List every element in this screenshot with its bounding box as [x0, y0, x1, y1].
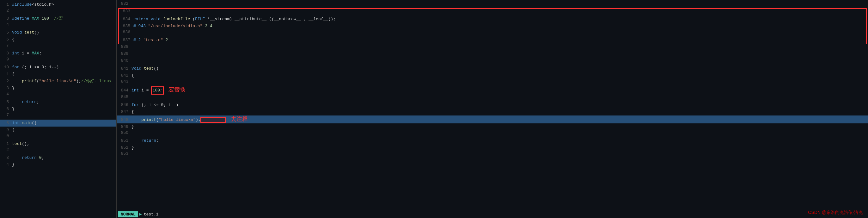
line-num: 8 — [0, 51, 9, 56]
right-line-num: 851 — [117, 138, 128, 143]
line-num: 2 — [0, 147, 9, 152]
status-filename: test.i — [144, 212, 159, 217]
line-num: 4 — [0, 162, 9, 167]
right-code-content: } — [131, 124, 134, 130]
right-code-line-845: 845 — [117, 94, 868, 102]
code-line-24: 4 } — [0, 161, 116, 168]
right-line-num: 852 — [117, 145, 128, 150]
line-num: 6 — [0, 107, 9, 111]
code-content: printf("holle linux\n");//你好. linux — [12, 78, 112, 85]
right-line-num: 836 — [119, 30, 130, 34]
right-code-content: # 943 "/usr/include/stdio.h" 3 4 — [133, 23, 212, 30]
right-code-line-840: 840 — [117, 58, 868, 65]
right-panel: 832 833 834 extern void funlockfile (FIL… — [117, 0, 868, 218]
line-num: 1 — [0, 72, 9, 77]
code-line-3: 3 #define MAX 100 //宏 — [0, 15, 116, 22]
right-code-content: int i = 100; 宏替换 — [131, 86, 186, 94]
code-line-14: 4 — [0, 92, 116, 99]
code-content: test(); — [12, 140, 29, 147]
right-line-num: 833 — [119, 9, 130, 13]
line-num: 5 — [0, 100, 9, 104]
right-line-num: 840 — [117, 58, 128, 63]
right-line-num: 853 — [117, 151, 128, 156]
code-line-23: 3 return 0; — [0, 155, 116, 161]
code-content: } — [12, 161, 14, 168]
line-num: 2 — [0, 8, 9, 13]
right-line-num: 844 — [117, 88, 128, 93]
line-num: 2 — [0, 79, 9, 84]
code-line-16: 6 } — [0, 106, 116, 113]
right-code-line-839: 839 — [117, 51, 868, 58]
code-content: } — [12, 85, 14, 92]
right-line-num: 845 — [117, 94, 128, 99]
right-code-content: for (; i <= 0; i--) — [131, 102, 178, 109]
right-code-content: { — [131, 109, 134, 115]
code-line-7: 7 — [0, 43, 116, 50]
line-num: 9 — [0, 128, 9, 132]
line-num: 1 — [0, 141, 9, 146]
line-num: 5 — [0, 30, 9, 35]
code-line-11: 1 { — [0, 71, 116, 78]
code-line-21: 1 test(); — [0, 140, 116, 147]
right-code-content: printf("holle linux\n"); 去注释 — [131, 115, 248, 124]
code-line-13: 3 } — [0, 85, 116, 92]
code-line-1: 1 #include<stdio.h> — [0, 1, 116, 8]
right-code-content: { — [131, 72, 134, 79]
code-line-22: 2 — [0, 147, 116, 155]
code-line-19: 9 { — [0, 127, 116, 134]
right-code-line-835: 835 # 943 "/usr/include/stdio.h" 3 4 — [119, 23, 866, 30]
right-line-num: 839 — [117, 51, 128, 56]
line-num: 3 — [0, 155, 9, 160]
right-code-line-844: 844 int i = 100; 宏替换 — [117, 86, 868, 94]
right-code-line-851: 851 return; — [117, 137, 868, 144]
right-line-num: 849 — [117, 124, 128, 129]
code-line-20: 0 — [0, 134, 116, 140]
line-num: 3 — [0, 16, 9, 21]
right-code-content: } — [131, 144, 134, 151]
right-code-line-850: 850 — [117, 130, 868, 137]
code-content: int main() — [12, 119, 37, 127]
code-line-4: 4 — [0, 22, 116, 29]
code-content: } — [12, 106, 14, 113]
line-num: 7 — [0, 43, 9, 48]
right-code-line-846: 846 for (; i <= 0; i--) — [117, 102, 868, 109]
code-content: { — [12, 36, 14, 43]
right-code-content: void test() — [131, 65, 159, 72]
line-num: 6 — [0, 37, 9, 42]
right-code-line-832: 832 — [117, 1, 868, 8]
right-code-content: return; — [131, 137, 159, 144]
code-line-10: 10 for (; i <= 0; i--) — [0, 64, 116, 71]
code-line-6: 6 { — [0, 36, 116, 43]
code-line-2: 2 — [0, 8, 116, 15]
right-line-num: 848 — [117, 117, 128, 122]
code-line-12: 2 printf("holle linux\n");//你好. linux — [0, 78, 116, 85]
right-code-line-833: 833 — [119, 9, 866, 16]
line-num: 4 — [0, 22, 9, 27]
right-code-line-853: 853 — [117, 151, 868, 158]
right-line-num: 834 — [119, 17, 130, 22]
right-code-line-842: 842 { — [117, 72, 868, 79]
line-num: 0 — [0, 134, 9, 138]
line-num: 3 — [0, 86, 9, 90]
status-bar: NORMAL ▶ test.i — [117, 210, 868, 218]
code-line-18: 8 int main() — [0, 119, 116, 127]
right-code-line-847: 847 { — [117, 109, 868, 115]
right-code-line-843: 843 — [117, 79, 868, 86]
code-content: { — [12, 71, 14, 78]
right-code-line-852: 852 } — [117, 144, 868, 151]
right-code-line-836: 836 — [119, 30, 866, 37]
normal-mode-badge: NORMAL — [118, 211, 138, 217]
line-num: 1 — [0, 2, 9, 7]
line-num: 7 — [0, 113, 9, 117]
right-code-line-834: 834 extern void funlockfile (FILE *__str… — [119, 16, 866, 23]
left-panel: 1 #include<stdio.h> 2 3 #define MAX 100 … — [0, 0, 117, 218]
code-content: void test() — [12, 29, 39, 36]
code-line-15: 5 return; — [0, 99, 116, 106]
code-line-17: 7 — [0, 113, 116, 119]
right-line-num: 850 — [117, 130, 128, 135]
code-line-9: 9 — [0, 57, 116, 64]
right-line-num: 843 — [117, 79, 128, 84]
right-line-num: 837 — [119, 38, 130, 43]
code-content: return; — [12, 99, 39, 106]
right-line-num: 842 — [117, 73, 128, 78]
